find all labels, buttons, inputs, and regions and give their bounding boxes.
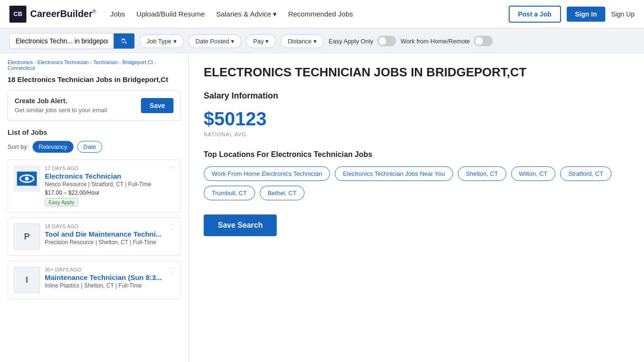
- job-title: Electronics Technician: [45, 172, 174, 180]
- work-home-toggle[interactable]: [474, 36, 493, 46]
- sort-by-relevancy[interactable]: Relevancy: [33, 141, 74, 153]
- job-age: 30+ Days Ago: [45, 267, 174, 272]
- save-job-button[interactable]: ♡: [168, 266, 175, 276]
- job-info: 18 Days Ago Tool and Die Maintenance Tec…: [45, 223, 174, 250]
- save-alert-button[interactable]: Save: [141, 98, 173, 113]
- post-job-button[interactable]: Post a Job: [509, 6, 561, 23]
- breadcrumb-bridgeport[interactable]: Bridgeport,Ct: [123, 59, 153, 65]
- sort-by-date[interactable]: Date: [77, 141, 102, 153]
- national-avg-label: NATIONAL AVG.: [204, 132, 629, 137]
- job-alert-box: Create Job Alert. Get similar jobs sent …: [8, 90, 181, 121]
- easy-apply-label: Easy Apply Only: [329, 38, 373, 45]
- breadcrumb-technician[interactable]: Technician: [93, 59, 118, 65]
- date-posted-filter[interactable]: Date Posted ▾: [189, 34, 242, 48]
- job-alert-info: Create Job Alert. Get similar jobs sent …: [15, 97, 107, 114]
- job-type-filter[interactable]: Job Type ▾: [140, 34, 184, 48]
- header: CB CareerBuilder® Jobs Upload/Build Resu…: [0, 0, 644, 28]
- breadcrumb-electronics-technician[interactable]: Electronics Technician: [38, 59, 89, 65]
- breadcrumb: Electronics - Electronics Technician - T…: [8, 59, 181, 71]
- job-logo: I: [14, 267, 40, 293]
- location-tags: Work From Home Electronics Technician El…: [204, 166, 629, 200]
- header-actions: Post a Job Sign In Sign Up: [509, 6, 635, 23]
- job-logo: P: [14, 223, 40, 250]
- job-meta: Precision Resource | Shelton, CT | Full-…: [45, 239, 174, 246]
- job-card[interactable]: P 18 Days Ago Tool and Die Maintenance T…: [8, 217, 181, 256]
- sign-up-button[interactable]: Sign Up: [611, 10, 635, 18]
- job-info: 30+ Days Ago Maintenance Technician (Sun…: [45, 267, 174, 293]
- job-info: 17 Days Ago Electronics Technician Nesco…: [45, 165, 174, 206]
- location-tag-wilton[interactable]: Wilton, CT: [511, 166, 556, 181]
- chevron-down-icon: ▾: [273, 10, 277, 18]
- easy-apply-badge: Easy Apply: [45, 198, 78, 206]
- nav-jobs[interactable]: Jobs: [110, 10, 125, 18]
- search-icon: [120, 37, 128, 45]
- search-button[interactable]: [114, 33, 134, 49]
- search-box: [9, 33, 135, 49]
- main-container: Electronics - Electronics Technician - T…: [0, 54, 644, 362]
- easy-apply-toggle-group: Easy Apply Only: [329, 36, 396, 46]
- location-tag-stratford[interactable]: Stratford, CT: [560, 166, 611, 181]
- distance-filter[interactable]: Distance ▾: [281, 34, 324, 48]
- logo-icon: CB: [9, 6, 26, 23]
- location-tag-shelton[interactable]: Shelton, CT: [458, 166, 506, 181]
- job-age: 17 Days Ago: [45, 165, 174, 171]
- pay-filter[interactable]: Pay ▾: [246, 34, 276, 48]
- chevron-down-icon: ▾: [265, 38, 269, 45]
- search-input[interactable]: [10, 33, 114, 49]
- location-tag-work-from-home[interactable]: Work From Home Electronics Technician: [204, 166, 330, 181]
- logo-text: CareerBuilder®: [30, 8, 96, 19]
- easy-apply-toggle[interactable]: [377, 36, 396, 46]
- job-meta: Nesco Resource | Stratford, CT | Full-Ti…: [45, 181, 174, 188]
- chevron-down-icon: ▾: [173, 38, 177, 45]
- save-job-button[interactable]: ♡: [168, 165, 175, 175]
- page-title: Electronics Technician Jobs in Bridgepor…: [204, 65, 629, 80]
- job-alert-title: Create Job Alert.: [15, 97, 107, 105]
- list-of-jobs-title: List of Jobs: [8, 128, 181, 136]
- work-home-toggle-group: Work from Home/Remote: [401, 36, 493, 46]
- results-count: 18 Electronics Technician Jobs in Bridge…: [8, 75, 181, 83]
- location-tag-bethel[interactable]: Bethel, CT: [260, 186, 305, 200]
- salary-section-title: Salary Information: [204, 91, 629, 101]
- save-search-button[interactable]: Save Search: [204, 214, 277, 236]
- top-locations-title: Top Locations For Electronics Technician…: [204, 150, 629, 159]
- sort-label: Sort by:: [8, 143, 29, 150]
- nav-salaries-advice[interactable]: Salaries & Advice ▾: [216, 10, 277, 18]
- job-card[interactable]: I 30+ Days Ago Maintenance Technician (S…: [8, 261, 181, 299]
- chevron-down-icon: ▾: [231, 38, 234, 45]
- filter-bar: Job Type ▾ Date Posted ▾ Pay ▾ Distance …: [0, 28, 644, 54]
- breadcrumb-electronics[interactable]: Electronics: [8, 59, 33, 65]
- location-tag-near-you[interactable]: Electronics Technician Jobs Near You: [335, 166, 453, 181]
- salary-amount: $50123: [204, 108, 629, 130]
- location-tag-trumbull[interactable]: Trumbull, CT: [204, 186, 255, 200]
- job-title: Tool and Die Maintenance Techni...: [45, 230, 174, 238]
- sidebar: Electronics - Electronics Technician - T…: [0, 54, 189, 362]
- job-age: 18 Days Ago: [45, 223, 174, 229]
- nav-recommended-jobs[interactable]: Recommended Jobs: [288, 10, 353, 18]
- breadcrumb-connecticut[interactable]: Connecticut: [8, 65, 35, 71]
- nav-upload-resume[interactable]: Upload/Build Resume: [136, 10, 205, 18]
- save-job-button[interactable]: ♡: [168, 222, 175, 233]
- main-content: Electronics Technician Jobs in Bridgepor…: [189, 54, 644, 362]
- job-logo: [14, 165, 40, 192]
- job-pay: $17.00 – $22.00/Hour: [45, 189, 174, 196]
- work-home-label: Work from Home/Remote: [401, 38, 470, 45]
- job-meta: Inline Plastics | Shelton, CT | Full-Tim…: [45, 282, 174, 289]
- sign-in-button[interactable]: Sign In: [567, 7, 606, 22]
- job-title: Maintenance Technician (Sun 8:3...: [45, 273, 174, 281]
- logo-area[interactable]: CB CareerBuilder®: [9, 6, 96, 23]
- main-nav: Jobs Upload/Build Resume Salaries & Advi…: [110, 10, 509, 18]
- chevron-down-icon: ▾: [314, 38, 317, 45]
- job-card[interactable]: 17 Days Ago Electronics Technician Nesco…: [8, 159, 181, 213]
- sort-row: Sort by: Relevancy Date: [8, 141, 181, 153]
- job-alert-subtitle: Get similar jobs sent to your email: [15, 107, 107, 114]
